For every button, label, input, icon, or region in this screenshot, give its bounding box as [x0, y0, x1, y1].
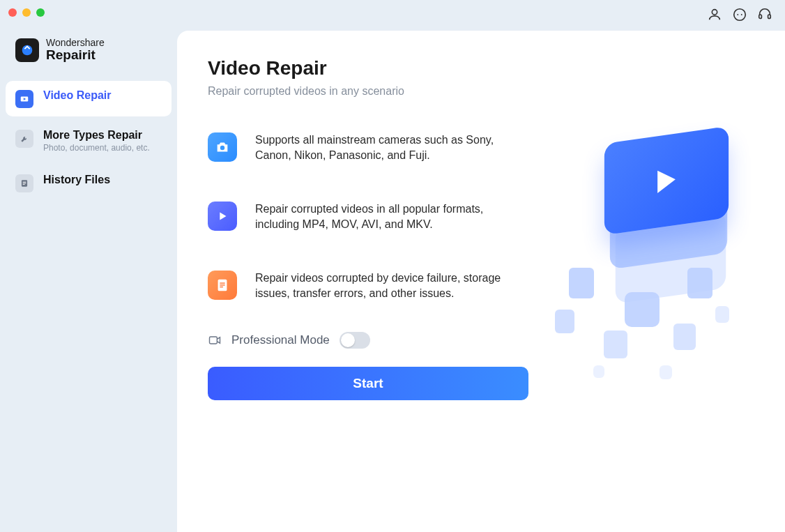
header-icons [707, 7, 772, 22]
brand-line2: Repairit [46, 48, 105, 63]
sidebar-item-sub: Photo, document, audio, etc. [43, 143, 150, 153]
sidebar-nav: Video Repair More Types Repair Photo, do… [0, 74, 177, 212]
page-title: Video Repair [208, 57, 754, 79]
feature-text: Repair corrupted videos in all popular f… [255, 202, 528, 231]
wrench-icon [15, 130, 33, 148]
svg-rect-11 [23, 183, 26, 184]
svg-rect-4 [759, 15, 762, 19]
feature-list: Supports all mainstream cameras such as … [208, 132, 528, 301]
svg-rect-17 [220, 284, 224, 285]
svg-rect-10 [23, 182, 26, 183]
svg-marker-14 [220, 213, 226, 220]
svg-point-3 [741, 14, 742, 15]
pro-mode-icon [208, 333, 222, 347]
feature-issues: Repair videos corrupted by device failur… [208, 271, 528, 301]
svg-point-1 [734, 9, 746, 21]
feature-cameras: Supports all mainstream cameras such as … [208, 132, 528, 162]
sidebar-item-label: Video Repair [43, 89, 112, 102]
sidebar: Wondershare Repairit Video Repair More T… [0, 0, 177, 532]
video-icon [15, 90, 33, 108]
brand-line1: Wondershare [46, 38, 105, 48]
svg-point-2 [737, 14, 738, 15]
professional-mode-row: Professional Mode [208, 332, 754, 349]
svg-point-13 [220, 146, 224, 150]
sidebar-item-label: History Files [43, 174, 110, 186]
sidebar-item-label: More Types Repair [43, 129, 150, 142]
chat-icon[interactable] [732, 7, 747, 22]
sidebar-item-history[interactable]: History Files [6, 165, 172, 201]
page-subtitle: Repair corrupted videos in any scenario [208, 85, 754, 98]
app-logo: Wondershare Repairit [0, 33, 177, 74]
feature-text: Supports all mainstream cameras such as … [255, 132, 528, 162]
play-icon [208, 202, 237, 231]
user-icon[interactable] [707, 7, 722, 22]
sidebar-item-video-repair[interactable]: Video Repair [6, 81, 172, 116]
camera-icon [208, 132, 237, 162]
start-button[interactable]: Start [208, 367, 528, 400]
main-panel: Video Repair Repair corrupted videos in … [177, 31, 785, 532]
svg-rect-16 [220, 283, 224, 284]
svg-point-0 [712, 10, 717, 15]
feature-formats: Repair corrupted videos in all popular f… [208, 202, 528, 231]
svg-rect-19 [210, 337, 218, 344]
logo-mark [15, 38, 39, 62]
svg-rect-12 [23, 184, 25, 185]
document-icon [208, 271, 237, 300]
sidebar-item-more-types[interactable]: More Types Repair Photo, document, audio… [6, 121, 172, 161]
feature-text: Repair videos corrupted by device failur… [255, 271, 528, 301]
support-icon[interactable] [757, 7, 772, 22]
svg-rect-18 [220, 287, 223, 287]
hero-illustration [555, 114, 764, 407]
pro-mode-label: Professional Mode [231, 333, 330, 347]
file-icon [15, 174, 33, 192]
pro-mode-toggle[interactable] [340, 332, 370, 349]
svg-rect-5 [768, 15, 771, 19]
